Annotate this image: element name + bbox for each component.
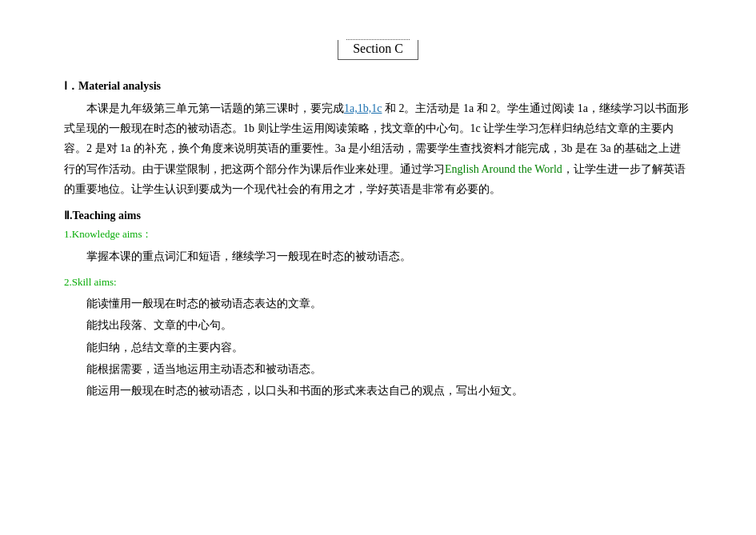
knowledge-aims-content: 掌握本课的重点词汇和短语，继续学习一般现在时态的被动语态。 (64, 246, 692, 266)
skill-item-3: 能归纳，总结文章的主要内容。 (64, 337, 692, 357)
skill-aims-heading: 2.Skill aims: (64, 276, 692, 289)
material-analysis-heading: Ⅰ．Material analysis (64, 79, 692, 94)
teaching-aims-heading: Ⅱ.Teaching aims (64, 209, 692, 222)
skill-items-list: 能读懂用一般现在时态的被动语态表达的文章。 能找出段落、文章的中心句。 能归纳，… (64, 293, 692, 401)
section-header: Section C (64, 40, 692, 60)
knowledge-aims-heading: 1.Knowledge aims： (64, 227, 692, 242)
material-analysis-paragraph: 本课是九年级第三单元第一话题的第三课时，要完成1a,1b,1c 和 2。主活动是… (64, 98, 692, 199)
section-label: Section C (353, 42, 403, 55)
section-box: Section C (338, 40, 418, 60)
link-1a1b1c: 1a,1b,1c (344, 102, 382, 114)
skill-item-5: 能运用一般现在时态的被动语态，以口头和书面的形式来表达自己的观点，写出小短文。 (64, 381, 692, 401)
skill-item-1: 能读懂用一般现在时态的被动语态表达的文章。 (64, 293, 692, 313)
link-english-world: English Around the World (445, 163, 562, 175)
skill-item-4: 能根据需要，适当地运用主动语态和被动语态。 (64, 359, 692, 379)
skill-item-2: 能找出段落、文章的中心句。 (64, 315, 692, 335)
